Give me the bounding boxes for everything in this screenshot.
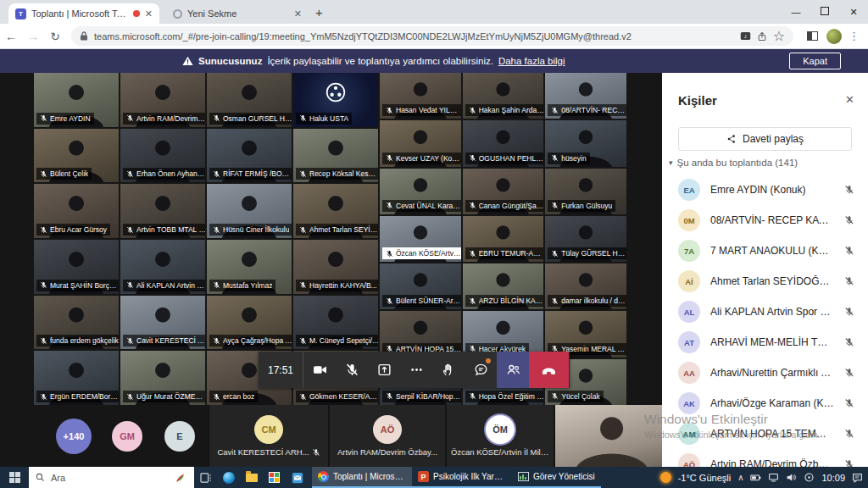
video-tile[interactable]: Hasan Vedat YILMAZ <box>380 73 461 119</box>
restore-button[interactable] <box>810 7 839 17</box>
video-tile[interactable]: Ergün ERDEM/Borçk... <box>34 351 119 405</box>
video-tile[interactable]: Uğur Murat ÖZMEN ... <box>120 351 205 405</box>
video-tile[interactable]: Mustafa Yılmaz <box>207 240 292 294</box>
participant-row[interactable]: ALAli KAPLAN Artvin Spor Lise... <box>662 297 868 327</box>
participant-avatar[interactable]: E <box>164 421 195 452</box>
battery-icon[interactable] <box>750 472 761 483</box>
video-tile[interactable]: Ebru Acar Gürsoy <box>34 184 119 238</box>
people-button[interactable] <box>497 352 529 388</box>
banner-close-button[interactable]: Kapat <box>789 53 841 69</box>
tab-teams-meeting[interactable]: T Toplantı | Microsoft Teams ✕ <box>8 3 159 24</box>
video-tile[interactable]: Furkan Gülsuyu <box>545 169 626 214</box>
browser-menu-icon[interactable]: ⋮ <box>849 30 860 42</box>
hang-up-button[interactable] <box>529 352 569 388</box>
video-tile[interactable]: OGUSHAN PEHLİVAN <box>463 120 544 166</box>
share-invite-button[interactable]: Daveti paylaş <box>678 127 852 151</box>
video-tile[interactable]: damar ilkokulu / da... <box>545 263 626 309</box>
video-tile[interactable]: funda erdem gökçelik <box>34 296 119 350</box>
mic-muted-icon[interactable] <box>844 215 854 225</box>
video-tile[interactable]: Hacer Akyürek <box>463 311 544 357</box>
video-tile[interactable]: Cevat ÜNAL Karaden... <box>380 169 461 214</box>
weather-sun-icon[interactable] <box>660 472 671 483</box>
video-tile[interactable]: Kevser UZAY (Konuk) <box>380 120 461 166</box>
participant-video-tile[interactable] <box>555 405 662 467</box>
video-tile[interactable]: Ayça Çağraş/Hopa A... <box>207 296 292 350</box>
participant-row[interactable]: AKArhavi/Özge Karaman (Konuk) <box>662 388 868 419</box>
video-tile[interactable]: M. Cüneyd Sepetçi/... <box>293 296 378 350</box>
chat-button[interactable] <box>465 352 497 388</box>
participant-row[interactable]: AÖArtvin RAM/Devrim Özbayrak (Ko... <box>662 449 868 467</box>
mail-icon[interactable] <box>286 467 309 488</box>
mic-muted-icon[interactable] <box>844 368 854 378</box>
side-panel-icon[interactable] <box>807 31 818 41</box>
overflow-count-badge[interactable]: +140 <box>56 419 92 454</box>
video-tile[interactable]: RİFAT ERMİŞ /BORÇ... <box>207 129 292 183</box>
start-button[interactable] <box>0 467 29 488</box>
video-tile[interactable]: Cavit KERESTECİ AR... <box>120 296 205 350</box>
forward-icon[interactable]: → <box>22 30 44 43</box>
participant-row[interactable]: 7A7 MART ANAOKULU (Konuk) <box>662 236 868 266</box>
video-tile[interactable]: Haluk USTA <box>293 73 378 127</box>
video-tile[interactable]: Ahmet Tarlan SEYİD... <box>293 184 378 238</box>
network-icon[interactable] <box>768 472 779 483</box>
mic-muted-icon[interactable] <box>844 398 854 408</box>
taskbar-app-taskmgr[interactable]: Görev Yöneticisi <box>512 467 601 488</box>
app-grid-icon[interactable] <box>263 467 286 488</box>
back-icon[interactable]: ← <box>0 30 22 43</box>
video-tile[interactable]: Emre AYDIN <box>34 73 119 127</box>
video-tile[interactable]: Hayrettin KAHYA/B... <box>293 240 378 294</box>
new-tab-button[interactable]: + <box>315 5 323 19</box>
video-tile[interactable]: Artvin RAM/Devrim Öz... <box>120 73 205 127</box>
tray-app-icon[interactable] <box>804 472 815 483</box>
bookmark-star-icon[interactable]: ☆ <box>773 28 785 44</box>
mic-muted-icon[interactable] <box>844 276 854 286</box>
weather-text[interactable]: -1°C Güneşli <box>678 473 731 483</box>
hidden-icons-chevron[interactable]: ∧ <box>737 473 743 482</box>
mic-muted-icon[interactable] <box>844 337 854 347</box>
video-tile[interactable]: EBRU TEMUR-ARHA... <box>463 216 544 262</box>
tab-new-tab[interactable]: Yeni Sekme ✕ <box>166 3 309 24</box>
video-tile[interactable]: Artvin TOBB MTAL Ş... <box>120 184 205 238</box>
mic-muted-icon[interactable] <box>844 429 854 439</box>
volume-icon[interactable] <box>786 472 797 483</box>
reload-icon[interactable]: ↻ <box>44 30 66 43</box>
clock[interactable]: 10:09 <box>821 473 845 483</box>
raise-hand-button[interactable] <box>432 352 465 388</box>
address-bar[interactable]: teams.microsoft.com/_#/pre-join-calling/… <box>71 26 793 46</box>
camera-button[interactable] <box>303 352 336 388</box>
tab-close-icon[interactable]: ✕ <box>294 8 302 19</box>
video-tile[interactable]: 08/ARTVİN- RECEP ... <box>545 73 626 119</box>
video-tile[interactable]: Yasemin MERAL YIL... <box>545 311 626 357</box>
action-center-icon[interactable] <box>852 472 863 483</box>
media-control-icon[interactable]: ♪ <box>740 31 751 41</box>
taskbar-search-input[interactable]: Ara <box>29 467 194 488</box>
participant-avatar[interactable]: GM <box>112 421 142 452</box>
taskbar-app-powerpoint[interactable]: PPsikolojik İlk Yardım P... <box>412 467 512 488</box>
panel-close-icon[interactable]: ✕ <box>845 93 854 106</box>
video-tile[interactable]: Osman GURSEL Hop... <box>207 73 292 127</box>
mic-muted-icon[interactable] <box>844 459 854 467</box>
video-tile[interactable]: ARTVİN HOPA 15 TE... <box>380 311 461 357</box>
participant-audio-tile[interactable]: ÖMÖzcan KÖSE/Artvin İl Milli ... <box>447 405 554 467</box>
participant-row[interactable]: 0M08/ARTVİN- RECEP KAYA İL ... <box>662 205 868 236</box>
video-tile[interactable]: Erhan Önen Ayhan Ş... <box>120 129 205 183</box>
more-options-button[interactable] <box>400 352 432 388</box>
video-tile[interactable]: Canan Güngüt/Şavşat <box>463 169 544 214</box>
video-tile[interactable]: Bülent SÜNER-Artvi... <box>380 263 461 309</box>
task-view-icon[interactable] <box>194 467 217 488</box>
browser-profile-avatar[interactable] <box>826 29 842 44</box>
video-tile[interactable]: Tülay GÜRSEL HOPA... <box>545 216 626 262</box>
mic-muted-icon[interactable] <box>844 307 854 317</box>
participant-audio-tile[interactable]: AÖArtvin RAM/Devrim Özbay... <box>330 405 445 467</box>
participant-row[interactable]: EAEmre AYDIN (Konuk) <box>662 175 868 205</box>
section-header[interactable]: ▾ Şu anda bu toplantıda (141) <box>669 158 798 168</box>
video-tile[interactable]: Bülent Çelik <box>34 129 119 183</box>
minimize-button[interactable]: — <box>782 7 810 17</box>
video-tile[interactable]: ARZU BİLGİN KARACA <box>463 263 544 309</box>
tab-close-icon[interactable]: ✕ <box>145 8 153 19</box>
video-tile[interactable]: Hüsnü Ciner İlkokulu <box>207 184 292 238</box>
video-tile[interactable]: Hakan Şahin Ardanu... <box>463 73 544 119</box>
banner-link[interactable]: Daha fazla bilgi <box>498 56 565 66</box>
participant-row[interactable]: AİAhmet Tarlan SEYİDOĞLU- A... <box>662 266 868 297</box>
video-tile[interactable]: Ali KAPLAN Artvin S... <box>120 240 205 294</box>
